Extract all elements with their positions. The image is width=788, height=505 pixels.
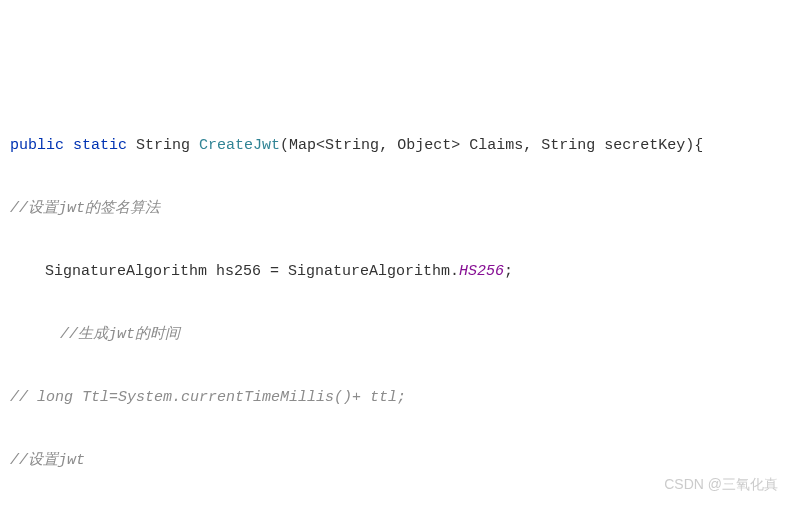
watermark: CSDN @三氧化真 (664, 470, 778, 499)
hs256-constant: HS256 (459, 263, 504, 280)
method-name: CreateJwt (199, 137, 280, 154)
signature-rest: (Map<String, Object> Claims, String secr… (280, 137, 703, 154)
type-string: String (136, 137, 190, 154)
comment-line-1: //设置jwt的签名算法 (0, 193, 788, 225)
sigalg-left: SignatureAlgorithm hs256 = SignatureAlgo… (45, 263, 459, 280)
code-line-sigalg: SignatureAlgorithm hs256 = SignatureAlgo… (0, 256, 788, 288)
semicolon: ; (504, 263, 513, 280)
keyword-public: public (10, 137, 64, 154)
keyword-static: static (73, 137, 127, 154)
comment-line-2: //生成jwt的时间 (0, 319, 788, 351)
code-line-signature: public static String CreateJwt(Map<Strin… (0, 130, 788, 162)
comment-line-ttl: // long Ttl=System.currentTimeMillis()+ … (0, 382, 788, 414)
